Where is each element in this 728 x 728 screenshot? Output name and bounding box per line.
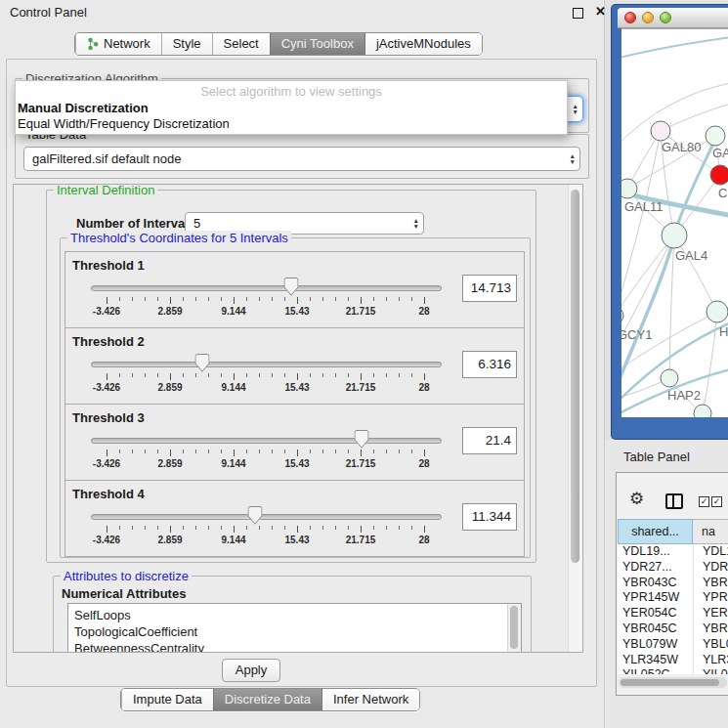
cell-shared-name[interactable]: YER054C xyxy=(618,606,694,621)
attributes-scrollbar-thumb[interactable] xyxy=(510,606,518,649)
cell-name[interactable]: YDL1 xyxy=(694,544,728,560)
table-horizontal-scrollbar-thumb[interactable] xyxy=(621,679,719,686)
table-row[interactable]: YPR145W YPR1 xyxy=(618,590,728,606)
slider-ticks xyxy=(107,449,424,457)
cell-name[interactable]: YLR3 xyxy=(694,653,728,668)
zoom-traffic-light-icon[interactable] xyxy=(660,12,671,23)
bottom-tab[interactable]: Infer Network xyxy=(321,689,419,710)
top-tab[interactable]: Select xyxy=(212,33,270,55)
network-canvas[interactable]: GAL80GACGAL11GAL4GCY1HHAP2 xyxy=(621,28,728,417)
top-tab[interactable]: jActiveMNodules xyxy=(364,33,482,55)
cell-shared-name[interactable]: YPR145W xyxy=(618,590,694,606)
cell-shared-name[interactable]: YDL19... xyxy=(618,544,694,560)
table-row[interactable]: YDL19... YDL1 xyxy=(618,544,728,560)
cell-name[interactable]: YPR1 xyxy=(694,590,728,606)
network-node[interactable] xyxy=(621,307,623,324)
top-tab[interactable]: Network xyxy=(75,33,161,55)
network-node[interactable] xyxy=(651,121,670,141)
bottom-tab[interactable]: Impute Data xyxy=(121,689,213,710)
column-header-name[interactable]: na xyxy=(693,519,728,544)
cell-name[interactable]: YDR2 xyxy=(694,560,728,576)
cell-name[interactable]: YBL0 xyxy=(694,637,728,653)
slider-tick-label: 21.715 xyxy=(346,382,376,393)
algorithm-option[interactable]: Equal Width/Frequency Discretization xyxy=(16,116,567,132)
cell-shared-name[interactable]: YIL052C xyxy=(618,667,694,674)
control-panel: Control Panel ✕ Network xyxy=(0,0,605,728)
table-row[interactable]: YIL052C YIL0 xyxy=(618,667,728,674)
threshold-slider[interactable]: -3.4262.8599.14415.4321.71528 xyxy=(91,276,440,321)
threshold-slider[interactable]: -3.4262.8599.14415.4321.71528 xyxy=(91,504,440,549)
combo-stepper-icon: ▲▼ xyxy=(413,218,423,229)
network-node-label: C xyxy=(718,186,727,200)
cell-shared-name[interactable]: YDR27... xyxy=(618,560,694,576)
attribute-list-item[interactable]: SelfLoops xyxy=(68,607,521,623)
threshold-slider[interactable]: -3.4262.8599.14415.4321.71528 xyxy=(91,428,440,473)
cell-shared-name[interactable]: YBL079W xyxy=(618,637,694,653)
top-tab[interactable]: Cyni Toolbox xyxy=(270,33,364,55)
settings-scrollbar[interactable] xyxy=(568,185,582,652)
attribute-list-item[interactable]: TopologicalCoefficient xyxy=(68,623,521,640)
slider-tick-label: -3.426 xyxy=(93,535,120,545)
cell-name[interactable]: YBR0 xyxy=(694,576,728,591)
table-row[interactable]: YLR345W YLR3 xyxy=(618,653,728,668)
algorithm-option[interactable]: Manual Discretization xyxy=(16,101,567,116)
cell-name[interactable]: YBR0 xyxy=(694,621,728,637)
control-panel-title: Control Panel xyxy=(10,5,87,20)
network-node[interactable] xyxy=(707,301,728,322)
slider-ticks xyxy=(107,372,424,381)
slider-thumb[interactable] xyxy=(355,430,369,449)
cell-name[interactable]: YER0 xyxy=(694,606,728,621)
threshold-value-field[interactable]: 21.4 xyxy=(462,427,517,454)
gear-icon[interactable]: ⚙ xyxy=(629,491,644,507)
table-row[interactable]: YBL079W YBL0 xyxy=(618,637,728,653)
slider-tick-label: 15.43 xyxy=(284,535,309,545)
close-icon[interactable]: ✕ xyxy=(595,4,606,19)
table-data-combobox[interactable]: galFiltered.sif default node ▲▼ xyxy=(23,147,580,171)
slider-thumb[interactable] xyxy=(283,278,298,296)
checkbox-icon[interactable]: ✓ xyxy=(711,496,722,507)
slider-thumb[interactable] xyxy=(194,354,209,372)
table-row[interactable]: YDR27... YDR2 xyxy=(618,560,728,576)
column-header-shared-name[interactable]: shared... xyxy=(618,519,693,544)
attribute-list-item[interactable]: BetweennessCentrality xyxy=(68,640,521,653)
slider-tick-label: 9.144 xyxy=(221,535,245,545)
checkbox-icon[interactable]: ✓ xyxy=(699,496,709,507)
network-node[interactable] xyxy=(621,179,637,198)
network-view-window[interactable]: GAL80GACGAL11GAL4GCY1HHAP2 xyxy=(611,4,728,440)
settings-scrollbar-thumb[interactable] xyxy=(571,190,579,563)
cell-shared-name[interactable]: YBR045C xyxy=(618,621,694,637)
slider-thumb[interactable] xyxy=(248,506,263,525)
table-row[interactable]: YBR045C YBR0 xyxy=(618,621,728,637)
threshold-value-field[interactable]: 11.344 xyxy=(462,503,517,531)
threshold-value-field[interactable]: 6.316 xyxy=(462,351,517,378)
cell-name[interactable]: YIL0 xyxy=(694,667,728,674)
attributes-group-title: Attributes to discretize xyxy=(61,569,192,583)
float-window-icon[interactable] xyxy=(573,8,583,19)
apply-button[interactable]: Apply xyxy=(222,659,280,682)
minimize-traffic-light-icon[interactable] xyxy=(642,12,654,23)
network-nodes: GAL80GACGAL11GAL4GCY1HHAP2 xyxy=(621,121,728,417)
bottom-tab[interactable]: Discretize Data xyxy=(213,689,321,710)
network-node[interactable] xyxy=(710,165,728,185)
table-panel-title: Table Panel xyxy=(623,450,690,464)
network-node[interactable] xyxy=(661,369,678,387)
close-traffic-light-icon[interactable] xyxy=(624,12,636,23)
split-columns-icon[interactable] xyxy=(665,493,683,509)
threshold-slider[interactable]: -3.4262.8599.14415.4321.71528 xyxy=(91,352,440,397)
network-node[interactable] xyxy=(706,126,725,146)
table-data-group: Table Data galFiltered.sif default node … xyxy=(15,134,589,179)
cell-shared-name[interactable]: YLR345W xyxy=(618,653,694,668)
table-row[interactable]: YER054C YER0 xyxy=(618,606,728,621)
network-node[interactable] xyxy=(662,223,687,248)
slider-tick-label: 9.144 xyxy=(221,458,245,469)
network-node-label: HAP2 xyxy=(667,388,701,403)
threshold-value-field[interactable]: 14.713 xyxy=(462,275,517,302)
top-tab[interactable]: Style xyxy=(161,33,212,55)
cell-shared-name[interactable]: YBR043C xyxy=(618,576,694,591)
network-node[interactable] xyxy=(694,405,711,417)
table-horizontal-scrollbar[interactable] xyxy=(619,677,727,688)
attributes-scrollbar[interactable] xyxy=(507,604,521,653)
table-row[interactable]: YBR043C YBR0 xyxy=(618,576,728,591)
interval-definition-group: Interval Definition Number of Intervals … xyxy=(46,190,536,563)
interval-definition-title: Interval Definition xyxy=(54,184,157,197)
